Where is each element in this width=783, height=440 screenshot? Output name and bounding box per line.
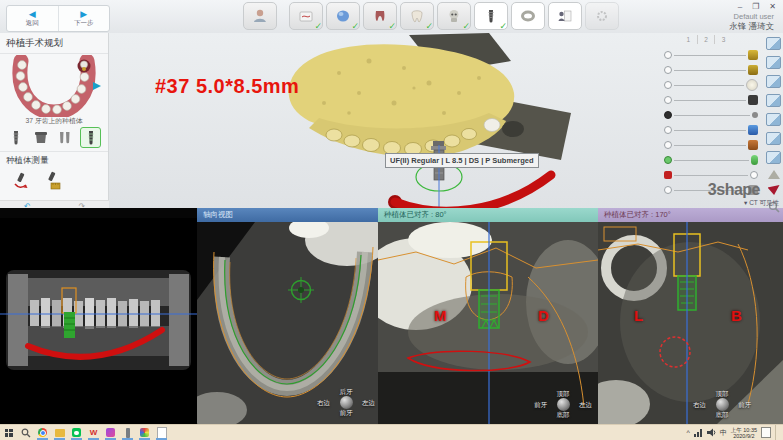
measure-tools: [0, 169, 108, 192]
step-scan-alignment[interactable]: ✓: [326, 2, 360, 30]
bone-slider[interactable]: [664, 109, 758, 121]
ime-indicator[interactable]: 中: [720, 428, 727, 438]
taskbar-clock[interactable]: 上午 10:35 2020/9/2: [731, 427, 757, 439]
titlebar: ◀ 返回 ▶ 下一步 ✓ ✓ ✓: [0, 0, 783, 33]
implant-icon[interactable]: [7, 128, 26, 147]
cross-section-mesiodistal[interactable]: M D 顶部 前牙左边 底部: [378, 222, 598, 425]
distal-label: D: [538, 307, 549, 324]
taskbar-photos[interactable]: [136, 425, 153, 440]
panoramic-view[interactable]: [0, 218, 197, 425]
window-controls: – ❐ ✕: [738, 2, 776, 11]
taskbar-search-button[interactable]: [17, 425, 34, 440]
implant-blue-slider[interactable]: [664, 124, 758, 136]
step-patient-info[interactable]: [243, 2, 277, 30]
skull-icon: [445, 8, 463, 24]
abutment-icon[interactable]: [31, 128, 50, 147]
orientation-widget: 顶部 右边前牙 底部: [693, 390, 751, 419]
cross-section-1-header: 种植体已对齐 : 80°: [378, 208, 598, 222]
start-button[interactable]: [0, 425, 17, 440]
visibility-sidebar: 1 2 3 3shape ▾ CT 可见性: [658, 33, 783, 208]
tab-1[interactable]: 1: [680, 35, 697, 44]
system-tray: ^ 中 上午 10:35 2020/9/2: [686, 425, 783, 440]
capsule-slider[interactable]: [664, 154, 758, 166]
patient-icon: [251, 8, 269, 24]
capsule-green-icon: [751, 155, 758, 165]
maximize-button[interactable]: ❐: [752, 2, 759, 11]
step-guide-report[interactable]: [548, 2, 582, 30]
buccal-label: B: [731, 307, 742, 324]
3shape-logo: 3shape: [708, 181, 760, 199]
chevron-down-icon: ▾: [744, 199, 747, 206]
step-implant-planning[interactable]: ✓: [474, 2, 508, 30]
folder-icon: [55, 429, 65, 437]
tab-3[interactable]: 3: [714, 35, 732, 44]
axial-view[interactable]: 后牙 右边左边 前牙: [197, 222, 378, 425]
taskbar-chrome[interactable]: [34, 425, 51, 440]
nav-button-group: ◀ 返回 ▶ 下一步: [6, 5, 110, 32]
mesial-label: M: [434, 307, 447, 324]
check-icon: ✓: [314, 21, 322, 31]
step-surface-scans[interactable]: ✓: [289, 2, 323, 30]
implant-pair-icon[interactable]: [56, 128, 75, 147]
view-toggle-icon[interactable]: [766, 113, 781, 126]
view-toggle-icon[interactable]: [766, 37, 781, 50]
implant-selected-icon[interactable]: [80, 127, 101, 148]
step-sleeve-setup[interactable]: [511, 2, 545, 30]
wps-icon: W: [90, 428, 98, 437]
speaker-icon[interactable]: [707, 428, 716, 437]
taskbar-paint-app[interactable]: [102, 425, 119, 440]
abutment-slider[interactable]: [664, 64, 758, 76]
nerve-tool-slider[interactable]: [664, 169, 758, 181]
scissors-red-icon: [664, 171, 672, 179]
step-cbct-scan[interactable]: ✓: [437, 2, 471, 30]
taskbar-document[interactable]: [153, 425, 170, 440]
orientation-head-icon: [557, 398, 570, 411]
user-info: Default user 永锋 潘琦文: [729, 12, 774, 31]
tray-chevron-icon[interactable]: ^: [686, 429, 689, 436]
drill-slider[interactable]: [664, 94, 758, 106]
user-name-en: Default user: [729, 12, 774, 21]
next-button[interactable]: ▶ 下一步: [58, 6, 110, 31]
sleeve-icon: [519, 8, 537, 24]
cross-section-buccolingual[interactable]: L B 顶部 右边前牙 底部: [598, 222, 783, 425]
tooth-slider[interactable]: [664, 79, 758, 91]
drill-ruler-icon[interactable]: [41, 170, 62, 191]
view-toggle-icon[interactable]: [766, 56, 781, 69]
view-toggle-icon[interactable]: [766, 151, 781, 164]
crown-slider[interactable]: [664, 49, 758, 61]
chrome-icon: [38, 428, 47, 437]
taskbar-wps[interactable]: W: [85, 425, 102, 440]
cross-section-2-header: 种植体已对齐 : 170°: [598, 208, 783, 222]
implant-copper-slider[interactable]: [664, 139, 758, 151]
close-button[interactable]: ✕: [769, 2, 776, 11]
orientation-widget: 后牙 右边左边 前牙: [317, 388, 375, 417]
check-icon: ✓: [462, 21, 470, 31]
minimize-button[interactable]: –: [738, 2, 742, 11]
back-arrow-icon: ◀: [29, 10, 36, 19]
ct-view-row: 轴向视图 种植体已对齐 : 80° 种植体已对齐 : 170°: [0, 208, 783, 425]
back-button[interactable]: ◀ 返回: [7, 6, 58, 31]
view-toggle-icon[interactable]: [766, 132, 781, 145]
dental-arch-thumbnail[interactable]: [5, 55, 103, 117]
taskbar-explorer[interactable]: [51, 425, 68, 440]
document-icon: [157, 427, 167, 439]
network-icon[interactable]: [694, 428, 703, 437]
workflow-steps: ✓ ✓ ✓ ✓ ✓ ✓: [243, 2, 619, 30]
tab-2[interactable]: 2: [697, 35, 715, 44]
taskbar-implant-studio[interactable]: [119, 425, 136, 440]
implant-studio-window: ◀ 返回 ▶ 下一步 ✓ ✓ ✓: [0, 0, 783, 440]
check-icon: ✓: [351, 21, 359, 31]
nerve-ribbon-icon[interactable]: [768, 185, 780, 195]
drill-arc-icon[interactable]: [10, 170, 31, 191]
taskbar-line[interactable]: [68, 425, 85, 440]
ct-visibility-dropdown[interactable]: ▾ CT 可见性: [744, 199, 779, 208]
show-desktop-button[interactable]: [775, 425, 779, 440]
notification-center-icon[interactable]: [761, 427, 771, 438]
lingual-label: L: [634, 307, 643, 324]
step-tooth-roots[interactable]: ✓: [363, 2, 397, 30]
view-toggle-icon[interactable]: [766, 75, 781, 88]
teeth-model-icon: [334, 8, 352, 24]
step-crown-setup[interactable]: ✓: [400, 2, 434, 30]
view-toggle-icon[interactable]: [766, 94, 781, 107]
model-icon[interactable]: [768, 170, 780, 179]
